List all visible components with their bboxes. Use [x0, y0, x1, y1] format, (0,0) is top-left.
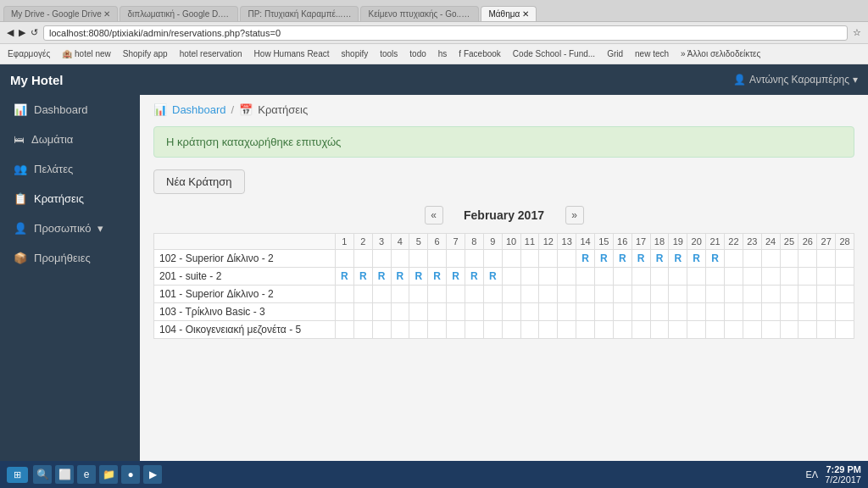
- room-1-day-9[interactable]: R: [483, 268, 502, 286]
- room-0-day-16[interactable]: R: [613, 250, 632, 268]
- room-1-day-7[interactable]: R: [447, 268, 465, 286]
- taskbar-media-icon[interactable]: ▶: [143, 465, 162, 481]
- bookmark-grid[interactable]: Grid: [604, 48, 626, 59]
- breadcrumb-home-icon: 📊: [153, 103, 167, 116]
- star-icon[interactable]: ☆: [853, 27, 861, 38]
- tab-1[interactable]: My Drive - Google Drive ✕: [3, 6, 118, 21]
- room-1-day-3[interactable]: R: [372, 268, 391, 286]
- breadcrumb-home-link[interactable]: Dashboard: [172, 103, 226, 116]
- room-2-day-22: [724, 286, 743, 303]
- browser-tabs-bar: My Drive - Google Drive ✕ διπλωματική - …: [0, 0, 868, 22]
- taskbar-chrome-icon[interactable]: ●: [121, 465, 140, 481]
- room-0-day-20[interactable]: R: [687, 250, 706, 268]
- day-25: 25: [780, 234, 798, 250]
- dashboard-icon: 📊: [14, 103, 27, 116]
- sidebar-label-supplies: Προμήθειες: [34, 252, 91, 264]
- forward-icon[interactable]: ▶: [19, 27, 25, 38]
- day-7: 7: [447, 234, 465, 250]
- room-0-day-17[interactable]: R: [632, 250, 650, 268]
- room-4-day-15: [594, 321, 613, 339]
- room-1-day-5[interactable]: R: [409, 268, 428, 286]
- bookmark-facebook[interactable]: f Facebook: [456, 48, 503, 59]
- day-21: 21: [706, 234, 725, 250]
- main-content: 📊 Dashboard / 📅 Κρατήσεις Η κράτηση κατα…: [140, 95, 868, 481]
- room-1-day-6[interactable]: R: [428, 268, 447, 286]
- new-reservation-button[interactable]: Νέα Κράτηση: [153, 169, 245, 194]
- room-2-day-3: [372, 286, 391, 303]
- start-button[interactable]: ⊞: [7, 467, 28, 482]
- room-0-day-18[interactable]: R: [650, 250, 669, 268]
- room-name-cell: 101 - Superior Δίκλινο - 2: [154, 286, 336, 303]
- room-4-day-12: [539, 321, 558, 339]
- room-1-day-11: [520, 268, 539, 286]
- taskbar-clock: 7:29 PM 7/2/2017: [825, 464, 861, 481]
- bookmark-how-humans[interactable]: How Humans React: [252, 48, 332, 59]
- bookmarks-bar: Εφαρμογές 🏨 hotel new Shopify app hotel …: [0, 44, 868, 64]
- taskbar-task-icon[interactable]: ⬜: [55, 465, 74, 481]
- bookmark-newtech[interactable]: new tech: [632, 48, 671, 59]
- day-12: 12: [539, 234, 558, 250]
- room-4-day-14: [576, 321, 595, 339]
- refresh-icon[interactable]: ↺: [31, 27, 38, 38]
- room-1-day-13: [558, 268, 576, 286]
- room-1-day-20: [687, 268, 706, 286]
- room-3-day-2: [353, 303, 372, 321]
- day-20: 20: [687, 234, 706, 250]
- back-icon[interactable]: ◀: [7, 27, 14, 38]
- app-container: 📊 Dashboard 🛏 Δωμάτια 👥 Πελάτες 📋 Κρατήσ…: [0, 95, 868, 481]
- taskbar-explorer-icon[interactable]: 📁: [99, 465, 118, 481]
- room-0-day-11: [520, 250, 539, 268]
- sidebar-item-reservations[interactable]: 📋 Κρατήσεις: [0, 184, 140, 214]
- bookmark-shopify-app[interactable]: Shopify app: [120, 48, 170, 59]
- sidebar-item-staff[interactable]: 👤 Προσωπικό ▾: [0, 214, 140, 243]
- room-1-day-4[interactable]: R: [391, 268, 409, 286]
- tab-2[interactable]: διπλωματική - Google D... ✕: [120, 6, 238, 21]
- room-1-day-2[interactable]: R: [353, 268, 372, 286]
- table-row: 104 - Οικογενειακή μεζονέτα - 5: [154, 321, 854, 339]
- brand-logo: My Hotel: [10, 73, 733, 87]
- tab-5-active[interactable]: Μάθημα ✕: [481, 6, 537, 21]
- taskbar-right: ΕΛ 7:29 PM 7/2/2017: [805, 464, 861, 481]
- tab-3[interactable]: ΠΡ: Πτυχιακή Καραμπέ... ✕: [240, 6, 359, 21]
- room-3-day-14: [576, 303, 595, 321]
- day-2: 2: [353, 234, 372, 250]
- bookmark-codeschool[interactable]: Code School - Fund...: [510, 48, 598, 59]
- room-2-day-19: [669, 286, 687, 303]
- bookmark-todo[interactable]: todo: [407, 48, 428, 59]
- room-0-day-14[interactable]: R: [576, 250, 595, 268]
- room-2-day-13: [558, 286, 576, 303]
- room-2-day-10: [502, 286, 520, 303]
- sidebar-item-clients[interactable]: 👥 Πελάτες: [0, 154, 140, 184]
- room-0-day-2: [353, 250, 372, 268]
- taskbar-search-icon[interactable]: 🔍: [33, 465, 52, 481]
- prev-month-button[interactable]: «: [425, 206, 443, 225]
- tab-4[interactable]: Κείμενο πτυχιακής - Go... ✕: [360, 6, 479, 21]
- room-1-day-12: [539, 268, 558, 286]
- bookmark-hotel-res[interactable]: hotel reservation: [177, 48, 245, 59]
- sidebar-item-dashboard[interactable]: 📊 Dashboard: [0, 95, 140, 125]
- sidebar-item-rooms[interactable]: 🛏 Δωμάτια: [0, 125, 140, 154]
- bookmark-others[interactable]: » Άλλοι σελιδοδείκτες: [678, 48, 763, 59]
- room-1-day-1[interactable]: R: [335, 268, 353, 286]
- taskbar-edge-icon[interactable]: e: [77, 465, 96, 481]
- bookmark-hs[interactable]: hs: [436, 48, 450, 59]
- day-24: 24: [761, 234, 780, 250]
- room-0-day-15[interactable]: R: [594, 250, 613, 268]
- bookmark-tools[interactable]: tools: [377, 48, 400, 59]
- room-1-day-8[interactable]: R: [465, 268, 483, 286]
- room-2-day-26: [798, 286, 817, 303]
- address-input[interactable]: [43, 25, 848, 41]
- taskbar-time: 7:29 PM: [825, 464, 861, 474]
- room-0-day-4: [391, 250, 409, 268]
- next-month-button[interactable]: »: [565, 206, 584, 225]
- room-0-day-19[interactable]: R: [669, 250, 687, 268]
- user-dropdown-icon[interactable]: ▾: [853, 74, 858, 86]
- room-0-day-21[interactable]: R: [706, 250, 725, 268]
- bookmark-hotel-new[interactable]: 🏨 hotel new: [59, 48, 114, 59]
- user-menu[interactable]: 👤 Αντώνης Καραμπέρης ▾: [733, 74, 858, 86]
- bookmark-shopify[interactable]: shopify: [339, 48, 371, 59]
- room-0-day-22: [724, 250, 743, 268]
- sidebar-item-supplies[interactable]: 📦 Προμήθειες: [0, 243, 140, 273]
- bookmark-apps[interactable]: Εφαρμογές: [5, 48, 53, 59]
- room-1-day-23: [743, 268, 761, 286]
